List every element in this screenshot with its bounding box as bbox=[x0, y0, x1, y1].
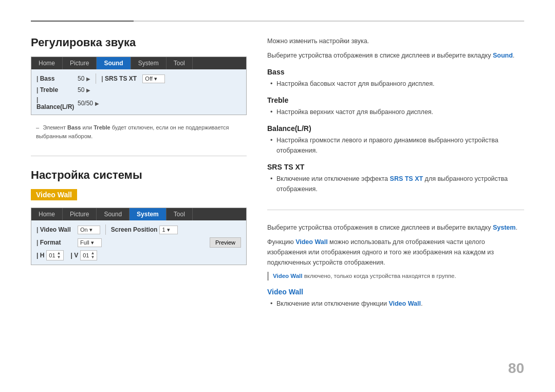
treble-bullet: Настройка верхних частот для выбранного … bbox=[267, 107, 524, 117]
vw-link1: Video Wall bbox=[295, 238, 328, 246]
treble-section-title: Treble bbox=[267, 96, 524, 104]
section-divider bbox=[31, 156, 247, 156]
tab-sound-system[interactable]: Sound bbox=[97, 208, 130, 220]
sound-note: – Элемент Bass или Treble будет отключен… bbox=[31, 123, 247, 140]
format-row: Format Full ▾ Preview bbox=[36, 237, 241, 248]
srs-section-title: SRS TS XT bbox=[267, 163, 524, 171]
system-panel-tabs: Home Picture Sound System Tool bbox=[31, 208, 246, 220]
bass-value: 50 ▶ bbox=[78, 75, 90, 82]
balance-value: 50/50 ▶ bbox=[78, 100, 99, 107]
vw-section-title: Video Wall bbox=[267, 288, 524, 296]
sound-intro2: Выберите устройства отображения в списке… bbox=[267, 50, 524, 61]
h-spinner-arrows[interactable]: ▲▼ bbox=[57, 251, 61, 259]
treble-row: Treble 50 ▶ bbox=[36, 86, 241, 94]
sound-right: Можно изменить настройки звука. Выберите… bbox=[267, 36, 524, 194]
sound-intro1: Можно изменить настройки звука. bbox=[267, 36, 524, 46]
screenpos-label: Screen Position bbox=[111, 226, 158, 233]
balance-row: Balance(L/R) 50/50 ▶ bbox=[36, 96, 241, 110]
sound-link: Sound bbox=[493, 52, 513, 59]
system-intro2: Функцию Video Wall можно использовать дл… bbox=[267, 237, 524, 268]
screenpos-select[interactable]: 1 ▾ bbox=[159, 226, 177, 234]
bass-bullet: Настройка басовых частот для выбранного … bbox=[267, 79, 524, 89]
section2-title: Настройка системы bbox=[31, 169, 247, 182]
bass-row: Bass 50 ▶ SRS TS XT Off ▾ bbox=[36, 73, 241, 84]
h-spinner[interactable]: 01 ▲▼ bbox=[46, 250, 63, 260]
format-label: Format bbox=[36, 239, 78, 246]
system-note: Video Wall включено, только когда устрой… bbox=[267, 272, 524, 281]
tab-tool-system[interactable]: Tool bbox=[166, 208, 193, 220]
balance-bullet: Настройка громкости левого и правого дин… bbox=[267, 135, 524, 156]
tab-system-system[interactable]: System bbox=[130, 208, 166, 220]
treble-label: Treble bbox=[36, 86, 78, 94]
tab-home-system[interactable]: Home bbox=[31, 208, 63, 220]
srs-label: SRS TS XT bbox=[101, 75, 142, 82]
system-right: Выберите устройства отображения в списке… bbox=[267, 222, 524, 309]
video-wall-badge: Video Wall bbox=[31, 189, 77, 200]
vw-bullet: Включение или отключение функции Video W… bbox=[267, 298, 524, 309]
tab-picture-system[interactable]: Picture bbox=[63, 208, 97, 220]
bass-section-title: Bass bbox=[267, 68, 524, 76]
v-spinner[interactable]: 01 ▲▼ bbox=[80, 250, 97, 260]
right-section-divider bbox=[267, 210, 524, 210]
tab-tool-sound[interactable]: Tool bbox=[166, 57, 193, 69]
system-intro1: Выберите устройства отображения в списке… bbox=[267, 222, 524, 233]
srs-bullet-link: SRS TS XT bbox=[390, 175, 423, 182]
srs-bullet: Включение или отключение эффекта SRS TS … bbox=[267, 174, 524, 194]
videowall-row: Video Wall On ▾ Screen Position 1 ▾ bbox=[36, 225, 241, 235]
preview-button[interactable]: Preview bbox=[210, 237, 241, 248]
tab-sound-sound[interactable]: Sound bbox=[97, 57, 131, 69]
tab-home-sound[interactable]: Home bbox=[31, 57, 63, 69]
v-spinner-arrows[interactable]: ▲▼ bbox=[90, 251, 95, 259]
treble-value: 50 ▶ bbox=[78, 86, 90, 94]
tab-picture-sound[interactable]: Picture bbox=[63, 57, 97, 69]
section1-title: Регулировка звука bbox=[31, 36, 247, 49]
format-value: Full ▾ bbox=[78, 238, 102, 247]
videowall-select[interactable]: On ▾ bbox=[78, 226, 100, 234]
bass-label: Bass bbox=[36, 75, 78, 82]
vw-bullet-link: Video Wall bbox=[388, 300, 421, 307]
balance-label: Balance(L/R) bbox=[36, 96, 78, 110]
system-link: System bbox=[493, 224, 515, 231]
hv-row: | H 01 ▲▼ | V 01 ▲▼ bbox=[36, 250, 241, 260]
h-label: | H bbox=[36, 252, 44, 259]
v-label: | V bbox=[71, 252, 79, 259]
balance-section-title: Balance(L/R) bbox=[267, 124, 524, 133]
sound-panel-body: Bass 50 ▶ SRS TS XT Off ▾ Treble 50 ▶ Ba… bbox=[31, 69, 246, 115]
tab-system-sound[interactable]: System bbox=[131, 57, 166, 69]
srs-value: Off ▾ bbox=[142, 74, 165, 83]
srs-select[interactable]: Off ▾ bbox=[142, 74, 165, 83]
system-panel-body: Video Wall On ▾ Screen Position 1 ▾ Form… bbox=[31, 220, 246, 265]
sound-panel-tabs: Home Picture Sound System Tool bbox=[31, 57, 246, 69]
page-number: 80 bbox=[508, 360, 524, 377]
top-divider bbox=[31, 21, 524, 22]
sound-panel: Home Picture Sound System Tool Bass 50 ▶… bbox=[31, 57, 247, 115]
system-panel: Home Picture Sound System Tool Video Wal… bbox=[31, 208, 247, 265]
format-select[interactable]: Full ▾ bbox=[78, 238, 102, 247]
videowall-value: On ▾ bbox=[78, 226, 100, 234]
vw-note-link: Video Wall bbox=[273, 273, 303, 279]
videowall-label: Video Wall bbox=[36, 226, 78, 233]
